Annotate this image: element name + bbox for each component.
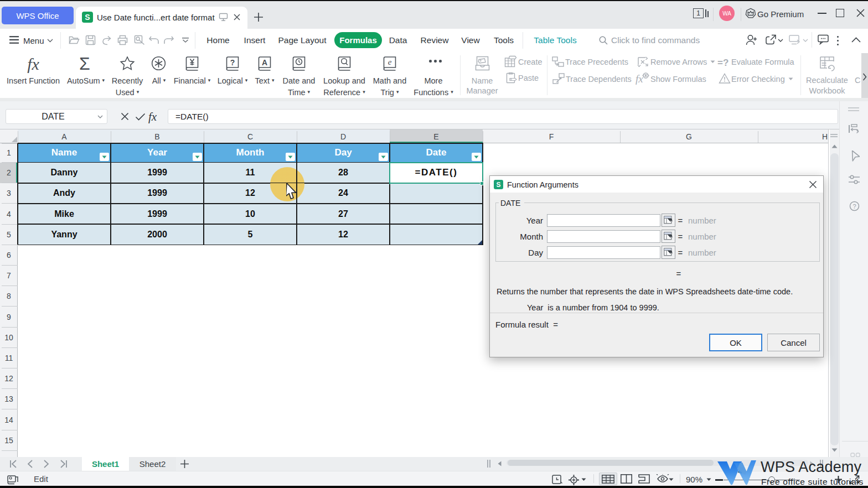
svg-text:A: A (262, 58, 267, 67)
svg-text:?: ? (230, 58, 235, 67)
svg-text:?: ? (852, 203, 856, 210)
svg-text:e: e (388, 58, 392, 66)
svg-text:fx: fx (636, 73, 643, 85)
